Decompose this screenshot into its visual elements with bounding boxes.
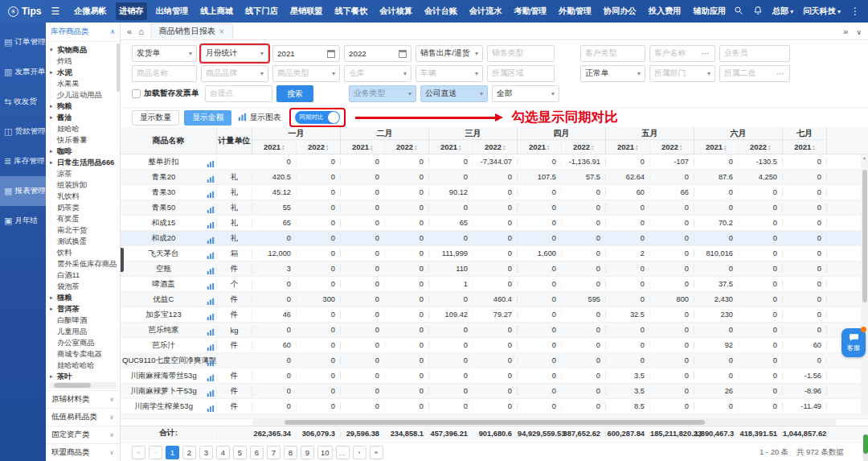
table-row[interactable]: 川南麻辣海带丝53g件000000003.5000-1.56: [121, 368, 868, 384]
table-row[interactable]: 青果30礼45.1200090.120006066000: [121, 185, 868, 200]
tree-item[interactable]: 白酒11: [50, 270, 120, 281]
nav-item[interactable]: 线下餐饮: [332, 2, 371, 20]
table-row[interactable]: 川南学生榨菜53g件000000008.5000-11.49: [121, 399, 868, 414]
tab-list-icon[interactable]: [856, 27, 862, 36]
filter-select[interactable]: 全部: [492, 85, 559, 102]
page-button[interactable]: 7: [267, 446, 280, 459]
hscrollbar-thumb[interactable]: [285, 420, 705, 425]
tree-item[interactable]: ▸水泥: [50, 67, 120, 78]
tree-section[interactable]: 联盟商品类: [46, 443, 120, 461]
page-button[interactable]: 6: [250, 446, 264, 459]
column-header-year[interactable]: 2022▴▾: [473, 140, 518, 154]
filter-input[interactable]: 业务员: [719, 45, 790, 62]
tree-section[interactable]: 固定资产类: [46, 426, 120, 443]
next-page-icon[interactable]: ›: [353, 446, 366, 459]
filter-select[interactable]: 发货单: [132, 45, 197, 62]
nav-item[interactable]: 考勤管理: [511, 2, 551, 20]
sidebar-item-inventory[interactable]: ≣库存管理: [0, 146, 46, 176]
org-switcher[interactable]: 总部▾: [772, 6, 793, 17]
tree-item[interactable]: 乳饮料: [50, 191, 120, 202]
tree-item[interactable]: ▾实物商品: [50, 44, 120, 56]
nav-item[interactable]: 线上商城: [197, 2, 236, 20]
prev-page-icon[interactable]: ‹: [149, 446, 162, 459]
page-button[interactable]: 5: [233, 446, 247, 459]
table-row[interactable]: 啤酒盖个000010000037.500: [121, 277, 868, 292]
menu-toggle-icon[interactable]: [51, 6, 59, 17]
customer-service-button[interactable]: 客服: [841, 328, 866, 357]
row-chart-icon[interactable]: [207, 252, 215, 259]
page-ellipsis[interactable]: ...: [336, 446, 350, 459]
column-header-year[interactable]: 2022▴▾: [297, 140, 341, 154]
tree-item[interactable]: 饮料: [50, 247, 120, 258]
filter-input[interactable]: 自提点: [205, 85, 272, 102]
row-chart-icon[interactable]: [207, 237, 215, 244]
table-row[interactable]: 和成20礼0000000000000: [121, 231, 868, 246]
tree-item[interactable]: ▸猫粮: [50, 292, 120, 303]
column-header-year[interactable]: 2022▴▾: [385, 140, 429, 154]
row-chart-icon[interactable]: [207, 298, 215, 305]
tree-item[interactable]: ▸酱油: [50, 112, 120, 123]
column-header-unit[interactable]: 计量单位: [217, 127, 252, 154]
tree-item[interactable]: 炸鸡: [50, 56, 120, 67]
filter-select[interactable]: 商品品牌: [201, 65, 268, 82]
filter-select[interactable]: 商品类型: [272, 65, 340, 82]
column-header-year[interactable]: 2022▴▾: [739, 140, 783, 154]
tree-item[interactable]: 凉茶: [50, 168, 120, 179]
table-vscrollbar[interactable]: [861, 154, 868, 414]
filter-select[interactable]: 车辆: [416, 65, 483, 82]
row-chart-icon[interactable]: [207, 282, 215, 290]
tree-item[interactable]: 少儿运动用品: [50, 89, 120, 101]
tree-hscrollbar[interactable]: [49, 382, 117, 389]
table-row[interactable]: 优益C件0300000460.4059508002,43000: [121, 292, 868, 307]
filter-date[interactable]: 2022: [344, 45, 411, 62]
filter-checkbox[interactable]: 加载暂存发票单: [132, 88, 201, 99]
column-header-year[interactable]: 2021▴▾: [252, 140, 297, 154]
tree-item[interactable]: 办公室商品: [50, 337, 120, 348]
page-button[interactable]: 2: [182, 446, 196, 459]
tree-section[interactable]: 低值易耗品类: [46, 408, 120, 426]
page-scrollbar-thumb[interactable]: [863, 434, 868, 454]
filter-select[interactable]: 仓库: [344, 65, 411, 82]
table-row[interactable]: 青果50礼55000000000000: [121, 200, 868, 216]
table-row[interactable]: 加多宝123件46000109.4279.270032.5023000: [121, 307, 868, 323]
sidebar-item-shipping[interactable]: ⇆收发货: [0, 87, 46, 117]
table-row[interactable]: 和成15礼65000650000070.200: [121, 216, 868, 231]
search-icon[interactable]: [734, 6, 743, 17]
tree-item[interactable]: ▸普洱茶: [50, 303, 120, 315]
tree-item[interactable]: 白酿啤酒: [50, 315, 120, 326]
filter-select[interactable]: 正常单: [580, 65, 645, 82]
nav-item[interactable]: 进销存: [116, 2, 147, 20]
nav-item[interactable]: 会计台账: [421, 2, 461, 20]
tree-item[interactable]: 需外采低库存商品: [50, 258, 120, 270]
more-tabs-icon[interactable]: [843, 27, 848, 36]
table-row[interactable]: 整单折扣00000-7,344.070-1,136.910-1070-130.5…: [121, 154, 868, 170]
table-row[interactable]: 飞天茅台箱12,000000111,99901,600020810,01600: [121, 246, 868, 261]
column-header-year[interactable]: 2021▴▾: [606, 140, 650, 154]
filter-input-more[interactable]: 客户名称: [649, 45, 715, 62]
tree-item[interactable]: ▸日常生活用品666: [50, 157, 120, 168]
table-hscrollbar[interactable]: [252, 419, 836, 426]
row-chart-icon[interactable]: [207, 206, 215, 213]
nav-item[interactable]: 协同办公: [600, 2, 640, 20]
filter-input[interactable]: 商品名称: [132, 65, 197, 82]
first-page-icon[interactable]: «: [132, 446, 145, 459]
tree-item[interactable]: ▸狗粮: [50, 101, 120, 112]
nav-item[interactable]: 线下门店: [242, 2, 281, 20]
table-row[interactable]: 空瓶件300011000000000: [121, 261, 868, 277]
column-header-year[interactable]: 2021▴▾: [694, 140, 739, 154]
row-chart-icon[interactable]: [207, 191, 215, 198]
column-header-year[interactable]: 2021▴▾: [341, 140, 385, 154]
filter-input[interactable]: 客户类型: [580, 45, 645, 62]
tree-item[interactable]: 商城专卖电器: [50, 348, 120, 360]
tree-vscrollbar[interactable]: [117, 43, 120, 92]
sidebar-item-report[interactable]: ▦报表管理: [0, 176, 46, 206]
row-chart-icon[interactable]: [207, 328, 215, 335]
page-scrollbar[interactable]: [863, 434, 868, 461]
tab-close-icon[interactable]: [219, 27, 224, 36]
row-chart-icon[interactable]: [207, 389, 215, 397]
panel-resize-handle[interactable]: [121, 248, 124, 272]
search-button[interactable]: 搜索: [276, 85, 313, 102]
tree-item[interactable]: 娃哈哈: [50, 123, 120, 134]
page-button[interactable]: 8: [284, 446, 297, 459]
nav-item[interactable]: 会计流水: [466, 2, 506, 20]
